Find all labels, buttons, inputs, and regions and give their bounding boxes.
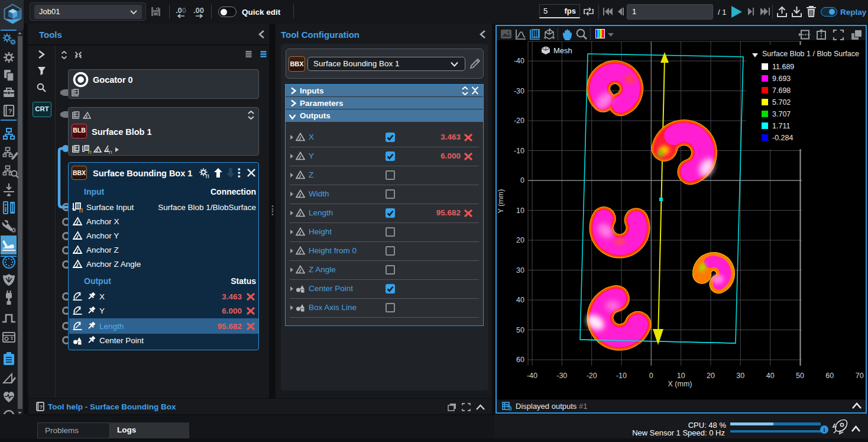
svg-text:40: 40 (766, 372, 775, 380)
svg-text:11.689: 11.689 (772, 63, 794, 71)
svg-text:30: 30 (516, 266, 524, 275)
svg-text:60: 60 (516, 356, 524, 364)
svg-text:40: 40 (516, 296, 524, 304)
svg-text:5.702: 5.702 (772, 98, 791, 107)
svg-text:[]: [] (206, 173, 209, 178)
svg-text:7.698: 7.698 (772, 86, 791, 95)
svg-text:50: 50 (796, 372, 804, 380)
svg-text:50: 50 (516, 326, 524, 334)
svg-text:Surface Blob 1 / Blob Surface: Surface Blob 1 / Blob Surface (762, 50, 859, 58)
svg-text:-20: -20 (587, 372, 597, 380)
svg-text:20: 20 (707, 372, 715, 380)
svg-text:Mesh: Mesh (553, 46, 572, 55)
svg-text:-20: -20 (514, 117, 524, 125)
svg-text:0: 0 (520, 176, 524, 185)
svg-text:?: ? (40, 404, 43, 410)
svg-text:-10: -10 (514, 147, 524, 155)
svg-text:10: 10 (677, 372, 685, 380)
svg-text:-10: -10 (616, 372, 627, 380)
svg-text:-40: -40 (527, 372, 537, 380)
svg-text:-30: -30 (556, 372, 567, 380)
svg-text:[]: [] (109, 150, 112, 154)
svg-text:-40: -40 (514, 57, 524, 65)
svg-text:9.693: 9.693 (772, 75, 791, 83)
svg-text:-0.284: -0.284 (772, 134, 793, 142)
svg-text:30: 30 (736, 372, 744, 380)
svg-text:[]: [] (79, 208, 83, 212)
svg-text:0: 0 (649, 372, 653, 380)
svg-text:60: 60 (825, 372, 834, 380)
svg-text:Y (mm): Y (mm) (497, 189, 505, 214)
svg-text:1.711: 1.711 (772, 122, 790, 130)
svg-text:?: ? (8, 108, 12, 115)
svg-text:70: 70 (856, 372, 864, 380)
svg-text:[]: [] (88, 150, 92, 154)
svg-text:-30: -30 (514, 87, 524, 95)
svg-text:20: 20 (516, 236, 524, 244)
svg-text:X (mm): X (mm) (668, 380, 692, 388)
svg-text:3.707: 3.707 (772, 110, 791, 118)
svg-text:10: 10 (516, 207, 524, 215)
